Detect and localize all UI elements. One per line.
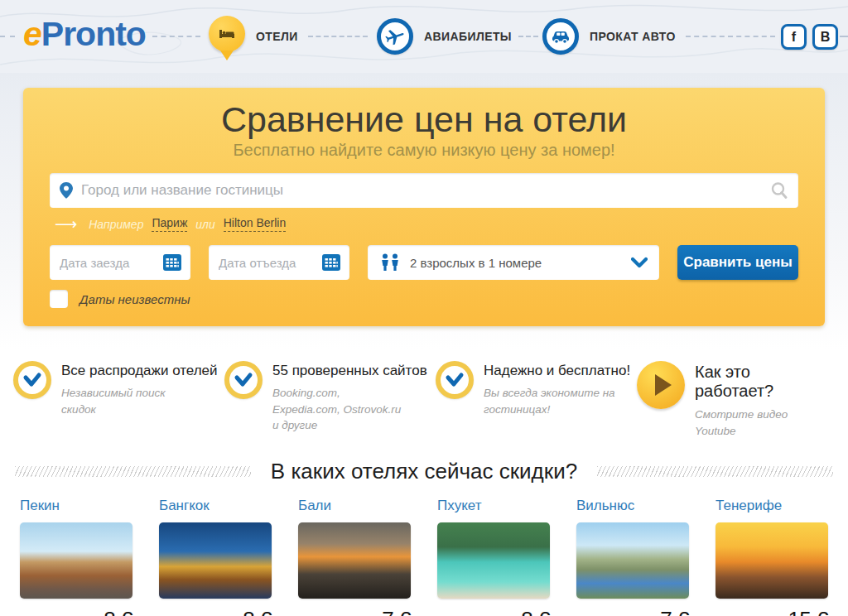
play-icon <box>655 374 672 396</box>
nav-dashed-line <box>0 36 15 37</box>
features-row: Все распродажи отелей Независимый поиск … <box>13 361 835 439</box>
feature-title: Все распродажи отелей <box>61 363 218 379</box>
chevron-down-icon <box>631 257 648 268</box>
guests-select[interactable]: 2 взрослых в 1 номере <box>368 245 659 280</box>
facebook-button[interactable]: f <box>781 24 807 50</box>
how-it-works-subtitle: Смотрите видео Youtube <box>695 407 831 439</box>
calendar-icon[interactable] <box>321 253 341 272</box>
city-deals-grid: Пекин 1580 отелей от 8 € Бангкок 823 оте… <box>20 498 828 616</box>
hatch-divider-left <box>15 466 251 477</box>
deal-card-tenerife: Тенерифе 391 отель от 15 € <box>716 498 828 616</box>
how-it-works-title[interactable]: Как это работает? <box>695 363 794 401</box>
price-row: 134 отеля от 7 € <box>576 607 689 616</box>
search-input[interactable] <box>81 182 762 199</box>
vilnius-photo[interactable] <box>576 522 689 599</box>
city-link[interactable]: Пекин <box>20 498 60 514</box>
feature-sales: Все распродажи отелей Независимый поиск … <box>13 361 224 439</box>
car-icon <box>550 26 571 47</box>
price-row: 823 отеля от 8 € <box>159 607 272 616</box>
nav-dashed-line <box>686 36 775 37</box>
price-value: 8 € <box>243 607 272 616</box>
nav-item-flights[interactable]: АВИАБИЛЕТЫ <box>377 13 512 60</box>
nav-dashed-line <box>840 36 848 37</box>
hotel-pin-marker-icon <box>209 16 245 52</box>
nav-item-hotels[interactable]: ОТЕЛИ <box>209 13 298 60</box>
city-link[interactable]: Пхукет <box>437 498 482 514</box>
feature-free: Надежно и бесплатно! Вы всегда экономите… <box>436 361 637 439</box>
hero-background: Сравнение цен на отели Бесплатно найдите… <box>0 73 848 349</box>
dates-unknown-label: Даты неизвестны <box>80 292 190 306</box>
checkout-input[interactable] <box>219 256 306 270</box>
nav-cars-label: ПРОКАТ АВТО <box>590 30 676 43</box>
page-title: Сравнение цен на отели <box>50 99 798 140</box>
check-icon <box>445 372 465 388</box>
price-value: 7 € <box>660 607 689 616</box>
example-or: или <box>195 218 214 231</box>
price-value: 8 € <box>104 607 132 616</box>
guests-value: 2 взрослых в 1 номере <box>410 256 631 270</box>
price-value: 8 € <box>521 607 550 616</box>
checkin-date-field[interactable] <box>50 245 190 280</box>
hotel-search-box <box>50 173 798 208</box>
hero-panel: Сравнение цен на отели Бесплатно найдите… <box>23 88 825 326</box>
check-icon <box>22 372 42 388</box>
calendar-icon[interactable] <box>162 253 182 272</box>
logo-epronto[interactable]: ePronto <box>23 15 146 54</box>
deal-card-bali: Бали 1514 отелей от 7 € <box>298 498 411 616</box>
hatch-divider-right <box>597 466 833 477</box>
airplane-circle-icon <box>377 18 413 55</box>
arrow-right-icon: ⟶ <box>55 214 77 233</box>
checkin-input[interactable] <box>60 256 147 270</box>
nav-hotels-label: ОТЕЛИ <box>256 30 298 43</box>
top-nav-bar: ePronto ОТЕЛИ АВИАБИЛЕТЫ <box>0 0 848 73</box>
city-link[interactable]: Бангкок <box>159 498 210 514</box>
deal-card-vilnius: Вильнюс 134 отеля от 7 € <box>576 498 689 616</box>
bangkok-photo[interactable] <box>159 522 272 599</box>
vkontakte-button[interactable]: B <box>812 24 838 50</box>
search-icon[interactable] <box>770 181 788 200</box>
feature-title: Надежно и бесплатно! <box>484 363 630 379</box>
deal-card-bangkok: Бангкок 823 отеля от 8 € <box>159 498 272 616</box>
dates-unknown-checkbox[interactable] <box>50 290 68 308</box>
deals-section-title: В каких отелях сейчас скидки? <box>271 459 577 484</box>
feature-how-it-works: Как это работает? Смотрите видео Youtube <box>637 361 835 439</box>
deal-card-beijing: Пекин 1580 отелей от 8 € <box>20 498 132 616</box>
nav-item-car-rental[interactable]: ПРОКАТ АВТО <box>542 13 676 60</box>
logo-e: e <box>23 15 41 53</box>
feature-subtitle: Booking.com, Expedia.com, Ostrovok.ru и … <box>272 385 409 434</box>
example-hotel-link[interactable]: Hilton Berlin <box>224 216 286 232</box>
compare-prices-button[interactable]: Сравнить цены <box>677 245 798 280</box>
bed-icon <box>217 24 237 44</box>
city-link[interactable]: Бали <box>298 498 331 514</box>
airplane-icon <box>385 26 405 46</box>
price-row: 1514 отелей от 7 € <box>298 607 411 616</box>
check-circle-icon <box>436 361 474 399</box>
search-examples: ⟶ Например Париж или Hilton Berlin <box>50 214 798 233</box>
feature-subtitle: Независимый поиск скидок <box>61 385 198 417</box>
search-fields-row: 2 взрослых в 1 номере Сравнить цены <box>50 245 798 280</box>
nav-flights-label: АВИАБИЛЕТЫ <box>424 30 512 43</box>
deal-card-phuket: Пхукет 903 отеля от 8 € <box>437 498 550 616</box>
city-link[interactable]: Вильнюс <box>576 498 634 514</box>
dates-unknown-row: Даты неизвестны <box>50 290 798 308</box>
price-row: 903 отеля от 8 € <box>437 607 550 616</box>
price-row: 1580 отелей от 8 € <box>20 607 132 616</box>
beijing-photo[interactable] <box>20 522 132 599</box>
page-subtitle: Бесплатно найдите самую низкую цену за н… <box>50 141 798 160</box>
city-link[interactable]: Тенерифе <box>716 498 782 514</box>
tenerife-photo[interactable] <box>716 522 828 599</box>
bali-photo[interactable] <box>298 522 411 599</box>
check-icon <box>234 372 253 388</box>
phuket-photo[interactable] <box>437 522 550 599</box>
car-circle-icon <box>542 18 579 55</box>
example-word: Например <box>89 218 143 231</box>
checkout-date-field[interactable] <box>209 245 349 280</box>
play-video-button[interactable] <box>637 361 685 409</box>
feature-title: 55 проверенных сайтов <box>272 363 427 379</box>
feature-subtitle: Вы всегда экономите на гостиницах! <box>484 385 620 417</box>
map-pin-icon <box>60 182 73 199</box>
check-circle-icon <box>13 361 51 399</box>
feature-sites: 55 проверенных сайтов Booking.com, Exped… <box>224 361 436 439</box>
example-city-link[interactable]: Париж <box>152 216 187 232</box>
guests-icon <box>379 253 401 272</box>
